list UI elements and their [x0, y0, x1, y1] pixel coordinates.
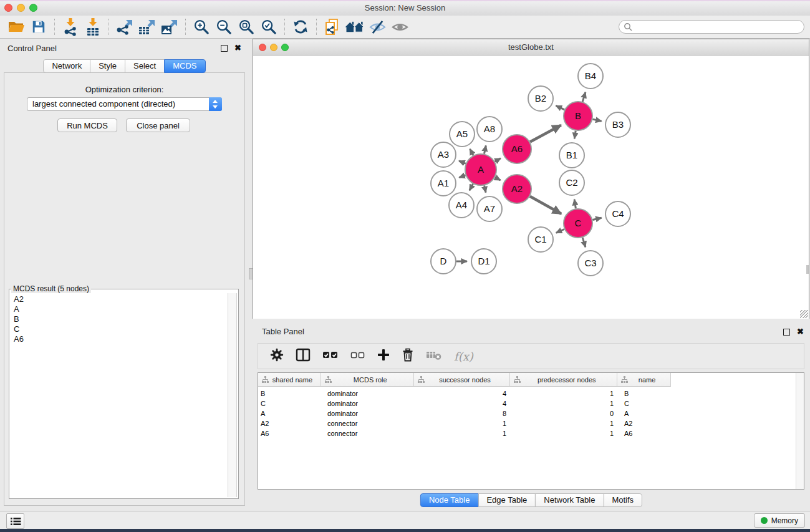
cell-shared-name[interactable]: A6: [258, 430, 321, 437]
new-network-from-file-button[interactable]: [321, 17, 344, 37]
graph-node-A7[interactable]: A7: [477, 196, 502, 221]
network-zoom-button[interactable]: [281, 44, 289, 51]
cell-mcds-role[interactable]: dominator: [321, 390, 414, 397]
cell-mcds-role[interactable]: connector: [321, 430, 414, 437]
graph-node-B1[interactable]: B1: [559, 143, 584, 168]
network-scroll-thumb[interactable]: [806, 265, 809, 274]
cell-name[interactable]: A6: [618, 430, 671, 437]
close-window-button[interactable]: [4, 4, 12, 12]
tab-edge-table[interactable]: Edge Table: [478, 493, 536, 507]
graph-edge-A-A5[interactable]: [470, 149, 473, 155]
cell-predecessor-nodes[interactable]: 0: [511, 410, 618, 417]
export-network-button[interactable]: [113, 17, 136, 37]
resize-grip-icon[interactable]: [800, 310, 808, 318]
import-table-button[interactable]: [82, 17, 104, 37]
function-builder-button[interactable]: f(x): [454, 350, 473, 363]
zoom-fit-button[interactable]: [235, 17, 258, 37]
zoom-window-button[interactable]: [29, 4, 37, 12]
tab-select[interactable]: Select: [125, 59, 165, 73]
cell-name[interactable]: A: [618, 410, 671, 417]
run-mcds-button[interactable]: Run MCDS: [57, 118, 117, 132]
cell-predecessor-nodes[interactable]: 1: [511, 390, 618, 397]
cell-name[interactable]: B: [618, 390, 671, 397]
table-row-b[interactable]: Bdominator41B: [258, 389, 804, 399]
graph-node-A1[interactable]: A1: [431, 171, 456, 196]
apply-layout-button[interactable]: [289, 17, 312, 37]
cell-successor-nodes[interactable]: 4: [414, 400, 511, 407]
cell-successor-nodes[interactable]: 1: [414, 430, 511, 437]
graph-edge-A-A7[interactable]: [485, 185, 486, 192]
graph-edge-A-A4[interactable]: [470, 184, 473, 191]
cell-shared-name[interactable]: A2: [258, 420, 321, 427]
zoom-in-button[interactable]: [190, 17, 213, 37]
mcds-result-item[interactable]: B: [9, 314, 228, 324]
graph-node-C1[interactable]: C1: [528, 227, 553, 252]
cell-name[interactable]: A2: [618, 420, 671, 427]
table-settings-button[interactable]: [270, 348, 284, 364]
mcds-result-item[interactable]: A: [9, 304, 228, 314]
float-table-panel-icon[interactable]: [783, 329, 790, 336]
column-header-predecessor-nodes[interactable]: predecessor nodes: [510, 373, 617, 386]
minimize-window-button[interactable]: [17, 4, 25, 12]
cell-successor-nodes[interactable]: 1: [414, 420, 511, 427]
tab-style[interactable]: Style: [90, 59, 125, 73]
column-header-successor-nodes[interactable]: successor nodes: [414, 373, 511, 386]
graph-edge-A2-C[interactable]: [530, 196, 561, 214]
graph-edge-A-A8[interactable]: [485, 145, 486, 153]
graph-node-A3[interactable]: A3: [431, 142, 456, 167]
graph-edge-A-A2[interactable]: [495, 177, 501, 180]
cell-predecessor-nodes[interactable]: 1: [511, 420, 618, 427]
graph-node-C3[interactable]: C3: [578, 251, 603, 276]
tab-mcds[interactable]: MCDS: [164, 59, 205, 73]
graph-node-C[interactable]: C: [564, 209, 592, 238]
split-pane-button[interactable]: [296, 348, 311, 364]
tab-node-table[interactable]: Node Table: [420, 493, 479, 507]
table-row-a2[interactable]: A2connector11A2: [258, 418, 804, 428]
mcds-result-item[interactable]: A2: [9, 294, 228, 304]
tab-motifs[interactable]: Motifs: [603, 493, 642, 507]
graph-node-B[interactable]: B: [564, 102, 592, 130]
hide-graphics-details-button[interactable]: [366, 17, 388, 37]
graph-edge-C-C3[interactable]: [582, 238, 586, 247]
zoom-out-button[interactable]: [213, 17, 235, 37]
graph-edge-C-C1[interactable]: [556, 230, 564, 233]
cell-mcds-role[interactable]: dominator: [321, 400, 414, 407]
tab-network-table[interactable]: Network Table: [535, 493, 604, 507]
cell-successor-nodes[interactable]: 4: [414, 390, 511, 397]
graph-edge-B-B1[interactable]: [574, 131, 576, 139]
cell-shared-name[interactable]: A: [258, 410, 321, 417]
mcds-result-item[interactable]: C: [9, 324, 228, 334]
network-close-button[interactable]: [259, 44, 266, 51]
column-header-name[interactable]: name: [617, 373, 670, 386]
cell-shared-name[interactable]: B: [258, 390, 321, 397]
graph-node-A6[interactable]: A6: [503, 135, 531, 163]
optimization-criterion-select[interactable]: largest connected component (directed): [27, 97, 222, 111]
column-header-shared-name[interactable]: shared name: [258, 373, 321, 386]
network-canvas[interactable]: B4B2BB3A8A5A6A3B1AC2A1A2A4A7C4CC1DD1C3: [253, 56, 809, 319]
graph-node-A5[interactable]: A5: [450, 122, 475, 147]
graph-node-D1[interactable]: D1: [471, 249, 496, 274]
delete-table-button[interactable]: [426, 349, 442, 364]
cell-successor-nodes[interactable]: 8: [414, 410, 511, 417]
float-panel-icon[interactable]: [221, 45, 228, 52]
deselect-all-columns-button[interactable]: [350, 350, 365, 362]
home-view-button[interactable]: [344, 17, 366, 37]
graph-edge-C-C2[interactable]: [574, 200, 576, 209]
graph-node-C4[interactable]: C4: [605, 201, 630, 226]
show-graphics-details-button[interactable]: [388, 17, 411, 37]
cell-shared-name[interactable]: C: [258, 400, 321, 407]
tab-network[interactable]: Network: [43, 59, 90, 73]
table-row-c[interactable]: Cdominator41C: [258, 399, 804, 409]
zoom-selected-button[interactable]: [258, 17, 280, 37]
search-input[interactable]: [619, 20, 804, 34]
graph-node-A4[interactable]: A4: [449, 193, 474, 218]
graph-edge-C-C4[interactable]: [592, 218, 601, 220]
network-minimize-button[interactable]: [270, 44, 277, 51]
mcds-result-item[interactable]: A6: [9, 334, 228, 344]
graph-edge-B-B4[interactable]: [582, 92, 586, 102]
graph-edge-A-A6[interactable]: [495, 158, 501, 162]
graph-edge-A-A1[interactable]: [459, 175, 465, 178]
table-scrollbar[interactable]: [796, 373, 804, 489]
close-table-panel-icon[interactable]: ✖: [797, 328, 804, 336]
graph-node-A8[interactable]: A8: [477, 117, 502, 142]
